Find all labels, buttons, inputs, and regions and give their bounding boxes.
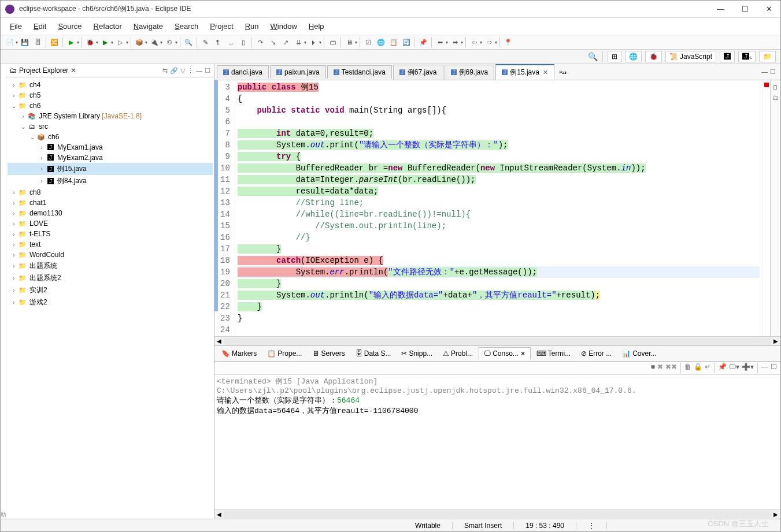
switch-editor-button[interactable]: 🔀 (49, 36, 60, 48)
editor-tab[interactable]: 🅹Testdanci.java (327, 65, 392, 79)
more-tabs-button[interactable]: »₁₃ (556, 66, 571, 77)
breadcrumb-icon[interactable]: 🗂 (772, 94, 779, 101)
expand-arrow-icon[interactable]: › (10, 231, 18, 237)
editor-tab[interactable]: 🅹paixun.java (270, 65, 326, 79)
bottom-tab-snipp[interactable]: ✂Snipp... (397, 348, 437, 359)
expand-arrow-icon[interactable]: › (10, 241, 18, 248)
tree-item[interactable]: ›🅹例84.java (8, 175, 213, 187)
javascript-perspective-button[interactable]: 📜 JavaScript (665, 51, 716, 62)
show-whitespace-button[interactable]: ⎵ (225, 36, 236, 48)
forward-button[interactable]: ⇨ (483, 36, 495, 48)
expand-arrow-icon[interactable]: › (38, 178, 46, 184)
web-button[interactable]: 🌐 (375, 36, 387, 48)
tree-item[interactable]: ›📁text (8, 239, 213, 250)
editor-tab[interactable]: 🅹danci.java (217, 65, 269, 79)
browser-button[interactable]: 📋 (388, 36, 399, 48)
bottom-tab-prope[interactable]: 📋Prope... (262, 348, 306, 359)
expand-arrow-icon[interactable]: ⌄ (19, 124, 27, 130)
search-button[interactable]: 🔍 (183, 36, 194, 48)
maximize-bottom-button[interactable]: ☐ (771, 363, 777, 373)
code-editor[interactable]: 3456789101112131415161718192021222324 pu… (214, 80, 770, 336)
tree-item[interactable]: ›📚JRE System Library [JavaSE-1.8] (8, 111, 213, 121)
step-into-button[interactable]: ↘ (267, 36, 279, 48)
tree-item[interactable]: ›🅹例15.java (8, 163, 213, 175)
step-over-button[interactable]: ↷ (254, 36, 266, 48)
minimize-bottom-button[interactable]: — (761, 363, 768, 373)
task-button[interactable]: ☑ (362, 36, 374, 48)
link-editor-button[interactable]: 🔗 (170, 67, 178, 75)
menu-project[interactable]: Project (205, 20, 238, 32)
expand-arrow-icon[interactable]: › (10, 263, 18, 269)
java-perspective-button[interactable]: 🅹 (720, 51, 735, 62)
expand-arrow-icon[interactable]: › (38, 166, 46, 172)
open-type-button[interactable]: 🗃 (327, 36, 338, 48)
annotation-ruler[interactable] (762, 80, 770, 336)
minimize-view-button[interactable]: — (196, 67, 202, 75)
tree-item[interactable]: ⌄🗂src (8, 121, 213, 132)
open-console-button[interactable]: ➕▾ (742, 363, 754, 373)
toggle-mark-button[interactable]: ✎ (199, 36, 211, 48)
bottom-tab-datas[interactable]: 🗄Data S... (351, 348, 396, 359)
minimize-editor-button[interactable]: — (761, 68, 768, 76)
menu-navigate[interactable]: Navigate (129, 20, 168, 32)
expand-arrow-icon[interactable]: › (38, 155, 46, 161)
console-hscroll[interactable]: ◀ ▶ (214, 509, 780, 519)
wrap-button[interactable]: ¶ (212, 36, 224, 48)
remove-launch-button[interactable]: ✖ (657, 363, 663, 373)
save-all-button[interactable]: 🗄 (32, 36, 43, 48)
tree-item[interactable]: ›📁ch8 (8, 187, 213, 198)
expand-arrow-icon[interactable]: › (10, 82, 18, 88)
menu-run[interactable]: Run (240, 20, 264, 32)
drop-frame-button[interactable]: ⇊ (293, 36, 304, 48)
expand-arrow-icon[interactable]: › (10, 210, 18, 217)
word-wrap-button[interactable]: ↵ (705, 363, 710, 373)
back-button[interactable]: ⇦ (468, 36, 480, 48)
scroll-left-button[interactable]: ◀ (214, 511, 224, 518)
tree-item[interactable]: ›📁出题系统2 (8, 272, 213, 284)
expand-arrow-icon[interactable]: ⌄ (28, 134, 36, 140)
tree-item[interactable]: ›📁WordCould (8, 250, 213, 260)
bottom-tab-probl[interactable]: ⚠Probl... (438, 348, 478, 359)
collapse-all-button[interactable]: ⇆ (162, 67, 168, 75)
prev-annotation-button[interactable]: ⬅ (434, 36, 446, 48)
editor-tab[interactable]: 🅹例15.java✕ (495, 64, 554, 80)
expand-arrow-icon[interactable]: › (19, 113, 27, 120)
menu-help[interactable]: Help (304, 20, 329, 32)
tree-item[interactable]: ›📁出题系统 (8, 260, 213, 272)
bottom-tab-servers[interactable]: 🖥Servers (308, 348, 349, 359)
maximize-view-button[interactable]: ☐ (205, 67, 210, 75)
menu-edit[interactable]: Edit (29, 20, 51, 32)
clear-console-button[interactable]: 🗑 (684, 363, 691, 373)
editor-tab[interactable]: 🅹例67.java (393, 65, 443, 80)
new-server-button[interactable]: 🖥 (343, 36, 355, 48)
scroll-left-button[interactable]: ◀ (214, 338, 224, 344)
run-button[interactable]: ▶ (99, 36, 111, 48)
terminate-button[interactable]: ■ (651, 363, 655, 373)
menu-search[interactable]: Search (170, 20, 203, 32)
menu-refactor[interactable]: Refactor (89, 20, 127, 32)
maximize-editor-button[interactable]: ☐ (770, 68, 776, 76)
resume-button[interactable]: ⏵ (308, 36, 319, 48)
expand-arrow-icon[interactable]: › (10, 299, 18, 306)
java-browsing-button[interactable]: 🅹ₛ (738, 51, 756, 62)
scroll-right-button[interactable]: ▶ (771, 511, 780, 518)
remove-all-button[interactable]: ✖✖ (665, 363, 677, 373)
tree-item[interactable]: ›📁demo1130 (8, 208, 213, 218)
debug-perspective-button[interactable]: 🐞 (645, 51, 662, 62)
minimize-button[interactable]: — (713, 5, 728, 13)
menu-source[interactable]: Source (53, 20, 86, 32)
tree-item[interactable]: ⌄📁ch6 (8, 101, 213, 111)
pin-editor-button[interactable]: 📍 (502, 36, 514, 48)
expand-arrow-icon[interactable]: › (38, 144, 46, 151)
tree-item[interactable]: ›📁实训2 (8, 284, 213, 296)
tree-item[interactable]: ›📁ch5 (8, 90, 213, 101)
expand-arrow-icon[interactable]: › (10, 275, 18, 281)
expand-arrow-icon[interactable]: › (10, 252, 18, 258)
expand-arrow-icon[interactable]: › (10, 189, 18, 196)
save-button[interactable]: 💾 (19, 36, 31, 48)
expand-arrow-icon[interactable]: › (10, 221, 18, 227)
pin-button[interactable]: 📌 (417, 36, 429, 48)
expand-arrow-icon[interactable]: ⌄ (10, 103, 18, 109)
view-close-button[interactable]: ✕ (71, 66, 76, 75)
editor-hscroll[interactable]: ◀ ▶ (214, 336, 780, 345)
